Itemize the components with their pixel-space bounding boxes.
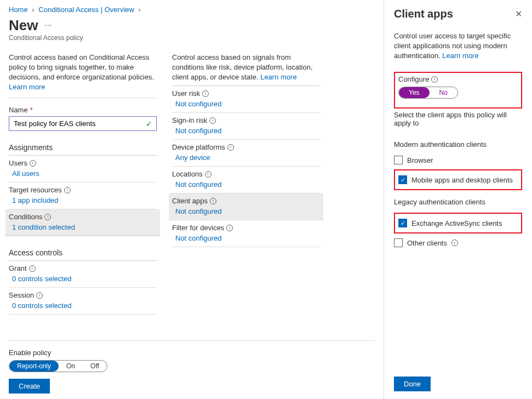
intro-text-left: Control access based on Conditional Acce… bbox=[9, 53, 157, 98]
info-icon[interactable]: i bbox=[30, 160, 36, 167]
legacy-auth-header: Legacy authentication clients bbox=[394, 198, 522, 206]
select-apps-text: Select the client apps this policy will … bbox=[394, 111, 522, 127]
breadcrumb-home[interactable]: Home bbox=[9, 5, 28, 14]
more-actions-icon[interactable]: ··· bbox=[44, 20, 52, 30]
info-icon[interactable]: i bbox=[205, 171, 211, 178]
user-risk-label: User risk i bbox=[172, 89, 320, 98]
enable-policy-toggle[interactable]: Report-only On Off bbox=[9, 360, 107, 372]
target-resources-label: Target resources i bbox=[9, 186, 157, 194]
eas-checkbox[interactable]: ✓ bbox=[398, 219, 407, 227]
users-value[interactable]: All users bbox=[9, 169, 157, 178]
toggle-on[interactable]: On bbox=[59, 361, 83, 372]
assignments-header: Assignments bbox=[9, 143, 157, 156]
conditions-value[interactable]: 1 condition selected bbox=[9, 223, 157, 231]
info-icon[interactable]: i bbox=[202, 90, 209, 97]
device-platforms-label: Device platforms i bbox=[172, 143, 320, 151]
other-clients-checkbox[interactable] bbox=[394, 238, 403, 247]
access-controls-header: Access controls bbox=[9, 248, 157, 261]
intro-text-right: Control access based on signals from con… bbox=[172, 53, 320, 86]
configure-toggle[interactable]: Yes No bbox=[398, 87, 458, 99]
filter-devices-label: Filter for devices i bbox=[172, 224, 320, 232]
info-icon[interactable]: i bbox=[451, 240, 458, 246]
device-platforms-value[interactable]: Any device bbox=[172, 153, 320, 162]
grant-value[interactable]: 0 controls selected bbox=[9, 275, 157, 283]
info-icon[interactable]: i bbox=[431, 76, 438, 83]
user-risk-value[interactable]: Not configured bbox=[172, 100, 320, 108]
filter-devices-value[interactable]: Not configured bbox=[172, 234, 320, 242]
breadcrumb: Home › Conditional Access | Overview › bbox=[9, 5, 375, 14]
mobile-desktop-checkbox[interactable]: ✓ bbox=[398, 175, 407, 184]
configure-label: Configure i bbox=[398, 75, 518, 83]
browser-checkbox[interactable] bbox=[394, 156, 403, 164]
chevron-right-icon: › bbox=[32, 5, 34, 14]
done-button[interactable]: Done bbox=[394, 377, 431, 391]
toggle-no[interactable]: No bbox=[430, 87, 457, 98]
client-apps-value[interactable]: Not configured bbox=[172, 207, 320, 215]
target-resources-value[interactable]: 1 app included bbox=[9, 196, 157, 204]
learn-more-link[interactable]: Learn more bbox=[9, 83, 45, 91]
info-icon[interactable]: i bbox=[29, 265, 36, 272]
signin-risk-label: Sign-in risk i bbox=[172, 116, 320, 124]
info-icon[interactable]: i bbox=[36, 292, 43, 299]
enable-policy-label: Enable policy bbox=[9, 349, 375, 357]
learn-more-link[interactable]: Learn more bbox=[442, 52, 478, 60]
panel-description: Control user access to target specific c… bbox=[394, 31, 522, 61]
close-icon[interactable]: ✕ bbox=[515, 9, 522, 19]
toggle-off[interactable]: Off bbox=[83, 361, 107, 372]
name-label: Name* bbox=[9, 106, 157, 114]
info-icon[interactable]: i bbox=[227, 144, 234, 151]
info-icon[interactable]: i bbox=[210, 198, 216, 204]
locations-label: Locations i bbox=[172, 170, 320, 178]
info-icon[interactable]: i bbox=[209, 117, 216, 124]
client-apps-label: Client apps i bbox=[172, 197, 320, 205]
page-title: New bbox=[9, 17, 38, 33]
eas-label: Exchange ActiveSync clients bbox=[411, 219, 502, 227]
users-label: Users i bbox=[9, 159, 157, 167]
conditions-label: Conditions i bbox=[9, 213, 157, 221]
name-input[interactable] bbox=[9, 116, 157, 131]
toggle-yes[interactable]: Yes bbox=[399, 87, 430, 98]
learn-more-link[interactable]: Learn more bbox=[260, 73, 296, 81]
info-icon[interactable]: i bbox=[44, 214, 51, 220]
panel-title: Client apps bbox=[394, 8, 453, 20]
page-subtitle: Conditional Access policy bbox=[9, 34, 375, 42]
grant-label: Grant i bbox=[9, 264, 157, 272]
locations-value[interactable]: Not configured bbox=[172, 180, 320, 189]
create-button[interactable]: Create bbox=[9, 379, 50, 394]
session-value[interactable]: 0 controls selected bbox=[9, 301, 157, 310]
info-icon[interactable]: i bbox=[64, 187, 71, 193]
check-icon: ✓ bbox=[146, 119, 152, 128]
chevron-right-icon: › bbox=[139, 5, 141, 14]
signin-risk-value[interactable]: Not configured bbox=[172, 127, 320, 135]
other-clients-label: Other clients bbox=[407, 239, 447, 247]
modern-auth-header: Modern authentication clients bbox=[394, 140, 522, 149]
toggle-report-only[interactable]: Report-only bbox=[9, 361, 59, 372]
mobile-desktop-label: Mobile apps and desktop clients bbox=[411, 176, 513, 184]
breadcrumb-conditional-access[interactable]: Conditional Access | Overview bbox=[38, 5, 134, 14]
info-icon[interactable]: i bbox=[226, 225, 233, 231]
session-label: Session i bbox=[9, 291, 157, 299]
browser-label: Browser bbox=[407, 156, 433, 164]
